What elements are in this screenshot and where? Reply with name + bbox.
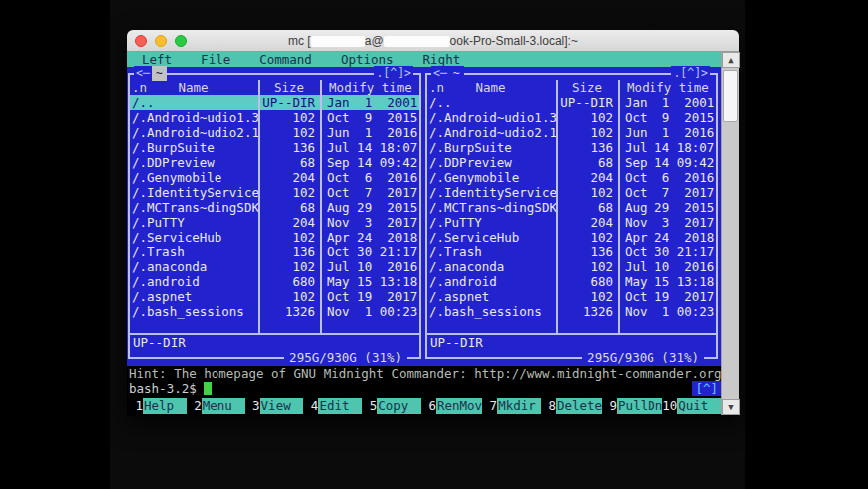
file-row[interactable]: /.Android~udio1.3 102 Oct 9 2015 <box>425 110 718 125</box>
panel-toggle-indicator[interactable]: [^] <box>692 381 721 396</box>
function-key[interactable]: 9 PullDn <box>602 398 662 414</box>
file-row[interactable]: /.android 680 May 15 13:18 <box>128 274 421 289</box>
disk-usage: 295G/930G (31%) <box>582 350 704 365</box>
history-back-icon[interactable]: <─ <box>134 66 152 81</box>
file-row[interactable]: /.bash_sessions 1326 Nov 1 00:23 <box>425 304 718 319</box>
function-key[interactable]: 10 Quit <box>662 398 721 414</box>
right-panel-directory[interactable]: ~ <box>449 66 464 81</box>
file-name: /.BurpSuite <box>425 140 556 155</box>
file-row[interactable]: /.. UP--DIR Jan 1 2001 <box>425 95 718 110</box>
file-row[interactable]: /.IdentityService 102 Oct 7 2017 <box>425 185 718 200</box>
file-row[interactable]: /.DDPreview 68 Sep 14 09:42 <box>128 155 421 170</box>
function-key[interactable]: 3 View <box>245 398 304 414</box>
file-size: 68 <box>556 155 618 170</box>
file-row[interactable]: /.android 680 May 15 13:18 <box>425 274 718 289</box>
file-row[interactable]: /.aspnet 102 Oct 19 2017 <box>128 289 421 304</box>
redacted-username <box>311 36 365 47</box>
file-modify-time: Oct 30 21:17 <box>618 244 718 259</box>
panel-up-icon[interactable]: .[^]> <box>671 66 710 81</box>
window-title-prefix: mc [ <box>288 34 311 48</box>
file-modify-time: Sep 14 09:42 <box>320 155 421 170</box>
menu-item[interactable]: File <box>201 52 230 67</box>
file-row[interactable]: /.IdentityService 102 Oct 7 2017 <box>128 185 421 200</box>
menu-item[interactable]: Command <box>259 52 312 67</box>
minimize-button[interactable] <box>155 35 167 47</box>
column-header-modify[interactable]: Modify time <box>320 80 421 95</box>
file-row[interactable]: /.Android~udio2.1 102 Jun 1 2016 <box>425 125 718 140</box>
file-row[interactable]: /.bash_sessions 1326 Nov 1 00:23 <box>128 304 421 319</box>
zoom-button[interactable] <box>175 35 187 47</box>
file-row[interactable]: /.MCTrans~dingSDK 68 Aug 29 2015 <box>128 200 421 215</box>
column-header-name[interactable]: Name <box>425 80 556 95</box>
function-key[interactable]: 6 RenMov <box>421 398 482 414</box>
file-row[interactable]: /.ServiceHub 102 Apr 24 2018 <box>128 230 421 244</box>
scrollbar-thumb[interactable] <box>723 70 738 122</box>
function-key[interactable]: 1 Help <box>128 398 187 414</box>
file-row[interactable]: /.PuTTY 204 Nov 3 2017 <box>425 215 718 230</box>
file-row[interactable]: /.. UP--DIR Jan 1 2001 <box>128 95 421 110</box>
function-key-label: Menu <box>202 398 245 414</box>
panel-up-icon[interactable]: .[^]> <box>374 66 413 81</box>
menu-item[interactable]: Options <box>341 52 394 67</box>
file-size: 102 <box>258 259 320 274</box>
file-size: 136 <box>258 140 320 155</box>
file-name: /.android <box>425 274 556 289</box>
file-row[interactable]: /.BurpSuite 136 Jul 14 18:07 <box>425 140 718 155</box>
close-button[interactable] <box>135 35 147 47</box>
file-name: /.bash_sessions <box>425 304 556 319</box>
file-size: 102 <box>258 110 320 125</box>
column-header-name[interactable]: Name <box>128 80 258 95</box>
file-row[interactable]: /.ServiceHub 102 Apr 24 2018 <box>425 230 718 244</box>
left-panel-directory[interactable]: ~ <box>152 66 167 81</box>
menu-item[interactable]: Left <box>142 52 172 67</box>
file-modify-time: Nov 1 00:23 <box>320 304 421 319</box>
shell-prompt: bash-3.2$ <box>129 381 197 396</box>
function-key[interactable]: 7 Mkdir <box>482 398 541 414</box>
menu-item[interactable]: Right <box>423 52 461 67</box>
column-header-size[interactable]: Size <box>556 80 618 95</box>
function-key[interactable]: 5 Copy <box>362 398 421 414</box>
file-row[interactable]: /.aspnet 102 Oct 19 2017 <box>425 289 718 304</box>
function-key-number: 6 <box>421 398 436 414</box>
sort-indicator: .n <box>429 80 444 95</box>
file-row[interactable]: /.Genymobile 204 Oct 6 2016 <box>425 170 718 185</box>
scroll-down-icon[interactable]: ▼ <box>722 399 740 415</box>
file-row[interactable]: /.Genymobile 204 Oct 6 2016 <box>128 170 421 185</box>
file-row[interactable]: /.Android~udio1.3 102 Oct 9 2015 <box>128 110 421 125</box>
file-row[interactable]: /.anaconda 102 Jul 10 2016 <box>425 259 718 274</box>
menu-bar: LeftFileCommandOptionsRight <box>127 52 721 67</box>
file-row[interactable]: /.Trash 136 Oct 30 21:17 <box>128 244 421 259</box>
column-header-modify[interactable]: Modify time <box>618 80 718 95</box>
text-cursor <box>204 382 212 395</box>
shell-prompt-row[interactable]: bash-3.2$ [^] <box>127 381 721 396</box>
file-row[interactable]: /.Trash 136 Oct 30 21:17 <box>425 244 718 259</box>
file-row[interactable]: /.Android~udio2.1 102 Jun 1 2016 <box>128 125 421 140</box>
file-name: /.MCTrans~dingSDK <box>425 200 556 215</box>
window-title: mc [a@ook-Pro-Small-3.local]:~ <box>127 34 739 48</box>
file-row[interactable]: /.anaconda 102 Jul 10 2016 <box>128 259 421 274</box>
file-size: 102 <box>556 125 618 140</box>
scroll-up-icon[interactable]: ▲ <box>722 52 740 68</box>
file-name: /.Trash <box>425 244 556 259</box>
file-modify-time: Oct 19 2017 <box>320 289 421 304</box>
file-size: 102 <box>258 125 320 140</box>
window-titlebar[interactable]: mc [a@ook-Pro-Small-3.local]:~ <box>127 30 739 52</box>
file-size: 102 <box>258 289 320 304</box>
file-modify-time: Oct 19 2017 <box>618 289 718 304</box>
file-row[interactable]: /.MCTrans~dingSDK 68 Aug 29 2015 <box>425 200 718 215</box>
file-name: /.. <box>128 95 258 110</box>
file-row[interactable]: /.DDPreview 68 Sep 14 09:42 <box>425 155 718 170</box>
history-back-icon[interactable]: <─ <box>431 66 449 81</box>
function-key[interactable]: 4 Edit <box>303 398 362 414</box>
file-modify-time: May 15 13:18 <box>320 274 421 289</box>
file-row[interactable]: /.BurpSuite 136 Jul 14 18:07 <box>128 140 421 155</box>
file-modify-time: Apr 24 2018 <box>320 230 421 244</box>
function-key[interactable]: 8 Delete <box>541 398 602 414</box>
function-key[interactable]: 2 Menu <box>187 398 245 414</box>
file-row[interactable]: /.PuTTY 204 Nov 3 2017 <box>128 215 421 230</box>
column-header-size[interactable]: Size <box>258 80 320 95</box>
scrollbar[interactable]: ▲ ▼ <box>721 52 739 415</box>
window-title-mid: a@ <box>365 34 384 48</box>
file-name: /.PuTTY <box>128 215 258 230</box>
file-modify-time: Oct 30 21:17 <box>320 244 421 259</box>
